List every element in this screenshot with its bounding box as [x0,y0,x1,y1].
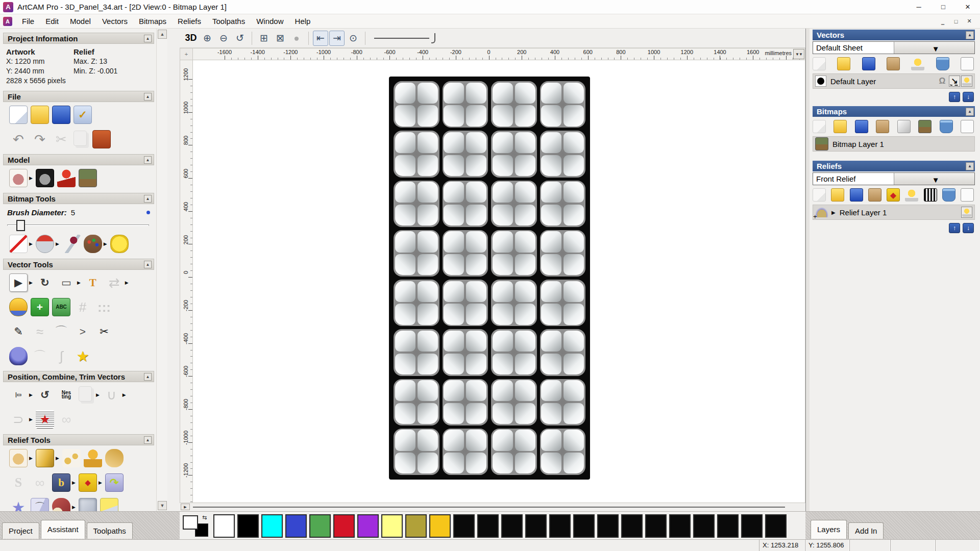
child-close-button[interactable]: ✕ [963,16,976,27]
shape-editor-icon[interactable]: ▶ [9,449,33,467]
spin-icon[interactable] [105,449,124,467]
menu-item-edit[interactable]: Edit [40,15,64,28]
all-reliefs-on-icon[interactable] [961,188,974,202]
flyout-arrow-icon[interactable]: ▶ [99,480,102,485]
new-relief-layer-icon[interactable] [813,188,826,202]
flyout-arrow-icon[interactable]: ▶ [96,392,100,397]
slider-handle[interactable] [16,220,25,231]
collapse-icon[interactable]: ▲ [144,436,152,444]
flyout-arrow-icon[interactable]: ▶ [29,176,33,181]
collapse-icon[interactable]: ▲ [966,162,974,170]
line-width-slider[interactable] [374,32,435,44]
chevron-down-icon[interactable]: ▼ [894,173,975,185]
smooth-relief-icon[interactable]: S [9,473,28,492]
flyout-arrow-icon[interactable]: ▶ [72,480,76,485]
flyout-arrow-icon[interactable]: ▶ [29,392,33,397]
mirror-vectors-icon[interactable]: ⇄▶ [105,273,129,292]
offset-relief-icon[interactable]: ◆▶ [79,473,102,492]
collapse-icon[interactable]: ▲ [144,93,152,101]
vector-sheet-select[interactable]: Default Sheet ▼ [813,41,975,54]
palette-swatch-7[interactable] [381,514,403,538]
flood-fill-icon[interactable]: ▶ [36,235,59,253]
transform-vectors-icon[interactable]: ↻ [36,273,54,292]
collapse-icon[interactable]: ▲ [144,373,152,381]
new-model-icon[interactable] [9,106,28,124]
envelope-distort-icon[interactable]: # [74,298,92,316]
palette-swatch-12[interactable] [501,514,523,538]
palette-swatch-11[interactable] [477,514,499,538]
zoom-drawing-button[interactable]: ● [289,31,304,46]
flyout-arrow-icon[interactable]: ▶ [29,417,33,422]
delete-vector-layer-icon[interactable] [936,57,949,70]
menu-item-window[interactable]: Window [251,15,289,28]
create-star-icon[interactable]: ★ [74,347,92,365]
palette-swatch-23[interactable] [765,514,787,538]
section-header-bitmap-tools[interactable]: Bitmap Tools ▲ [3,193,154,204]
link-colours-icon[interactable]: ⇆ [202,514,207,521]
create-arc-icon[interactable]: ⌒ [52,322,70,341]
minimize-button[interactable]: ─ [906,0,931,14]
load-replace-relief-icon[interactable]: ↷ [105,473,124,492]
zoom-selection-button[interactable]: ⊠ [273,31,288,46]
primary-secondary-colours[interactable]: ⇆ [182,514,213,538]
palette-swatch-19[interactable] [669,514,691,538]
flyout-arrow-icon[interactable]: ▶ [125,280,129,285]
save-vector-layer-icon[interactable] [862,57,875,70]
ruler-options-icon[interactable]: ▼▼ [793,49,804,59]
tab-toolpaths[interactable]: Toolpaths [87,522,133,539]
palette-swatch-21[interactable] [717,514,739,538]
lock-icon[interactable]: Ω [937,76,948,87]
paste-icon[interactable] [92,130,111,148]
palette-swatch-14[interactable] [549,514,571,538]
save-relief-layer-icon[interactable] [850,188,863,202]
scroll-right-icon[interactable]: ▶ [181,504,190,510]
drawing-canvas[interactable] [193,60,805,503]
menu-item-help[interactable]: Help [289,15,316,28]
palette-swatch-10[interactable] [453,514,475,538]
text-on-curve-icon[interactable]: ↺ [36,386,54,404]
new-vector-layer-icon[interactable] [813,57,826,70]
vector-texture-icon[interactable]: ★ [36,410,54,429]
interlock-vectors-icon[interactable]: ∞ [57,410,76,429]
create-plane-icon[interactable]: ▶ [36,449,59,467]
move-layer-down-button[interactable]: ↓ [963,92,974,102]
move-relief-down-button[interactable]: ↓ [963,223,974,233]
toggle-layers-panel-button[interactable]: ⇥ [329,31,345,46]
palette-swatch-8[interactable] [405,514,427,538]
close-button[interactable]: ✕ [955,0,980,14]
flyout-arrow-icon[interactable]: ▶ [77,280,81,285]
palette-swatch-0[interactable] [213,514,235,538]
flyout-arrow-icon[interactable]: ▶ [122,392,126,397]
palette-swatch-1[interactable] [237,514,259,538]
fillet-curve-icon[interactable]: ⌒ [31,347,49,365]
sculpt-icon[interactable]: ▶ [52,498,76,511]
brush-diameter-slider[interactable] [7,220,149,230]
palette-swatch-6[interactable] [357,514,379,538]
flyout-arrow-icon[interactable]: ▶ [56,241,59,246]
palette-swatch-3[interactable] [285,514,307,538]
menu-item-vectors[interactable]: Vectors [96,15,133,28]
copy-icon[interactable] [74,131,89,148]
assistant-scrollbar[interactable]: ▲ ▼ [156,29,167,511]
palette-swatch-15[interactable] [573,514,595,538]
section-header-vector-tools[interactable]: Vector Tools ▲ [3,259,154,270]
flyout-arrow-icon[interactable]: ▶ [29,280,33,285]
scroll-up-icon[interactable]: ▲ [158,30,167,39]
section-header-project-information[interactable]: Project Information ▲ [3,33,154,44]
bitmap-preview-icon[interactable] [918,120,932,133]
trim-vectors-icon[interactable]: ✂ [95,322,113,341]
relief-bulb-icon[interactable] [905,188,918,202]
wrap-dome-icon[interactable] [9,347,28,365]
zoom-fit-button[interactable]: ⊞ [256,31,272,46]
model-settings-icon[interactable]: ✓ [74,106,92,124]
paste-text-icon[interactable]: ABC [52,298,70,316]
relief-select[interactable]: Front Relief ▼ [813,172,975,185]
palette-swatch-16[interactable] [597,514,619,538]
delete-bitmap-layer-icon[interactable] [940,120,953,133]
flyout-arrow-icon[interactable]: ▶ [29,241,33,246]
move-relief-up-button[interactable]: ↑ [949,223,960,233]
tab-assistant[interactable]: Assistant [41,520,85,539]
collapse-icon[interactable]: ▲ [966,31,974,39]
collapse-icon[interactable]: ▲ [144,35,152,42]
bulb-icon[interactable] [961,207,972,218]
